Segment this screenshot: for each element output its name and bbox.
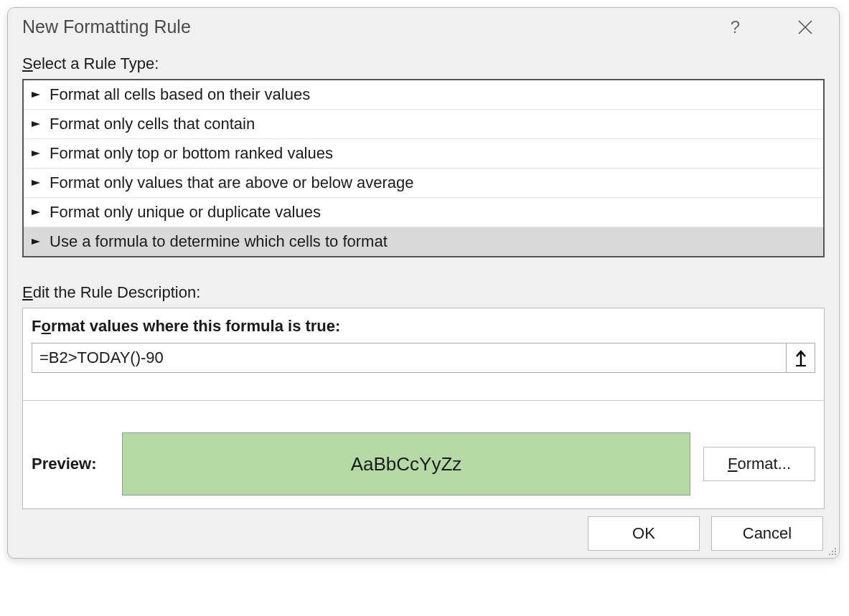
rule-type-label: Format all cells based on their values <box>50 85 310 104</box>
new-formatting-rule-dialog: New Formatting Rule ? Select a Rule Type… <box>7 7 840 559</box>
rule-type-item[interactable]: Format all cells based on their values <box>24 80 823 110</box>
svg-marker-5 <box>32 180 40 186</box>
svg-point-10 <box>835 548 836 549</box>
rule-type-label: Format only top or bottom ranked values <box>50 144 333 163</box>
bullet-icon <box>31 179 41 187</box>
rule-type-label: Format only values that are above or bel… <box>50 174 414 192</box>
resize-grip-icon[interactable] <box>827 546 837 556</box>
rule-type-item[interactable]: Use a formula to determine which cells t… <box>24 227 823 256</box>
rule-type-item[interactable]: Format only unique or duplicate values <box>24 198 823 227</box>
preview-row: Preview: AaBbCcYyZz Format... <box>32 432 815 496</box>
formula-label: Format values where this formula is true… <box>32 317 815 336</box>
rule-type-item[interactable]: Format only cells that contain <box>24 110 823 139</box>
select-rule-type-label: Select a Rule Type: <box>8 50 839 79</box>
svg-marker-2 <box>32 92 40 98</box>
preview-sample-text: AaBbCcYyZz <box>351 453 462 475</box>
rule-type-label: Format only unique or duplicate values <box>50 203 321 222</box>
dialog-header: New Formatting Rule ? <box>8 8 839 50</box>
edit-description-section: Edit the Rule Description: Format values… <box>8 279 839 509</box>
bullet-icon <box>31 90 41 99</box>
formula-input[interactable] <box>32 343 786 372</box>
svg-marker-6 <box>32 209 40 215</box>
bullet-icon <box>31 120 41 128</box>
help-icon[interactable]: ? <box>731 17 740 37</box>
description-box: Format values where this formula is true… <box>22 308 825 509</box>
bullet-icon <box>31 237 41 246</box>
format-button[interactable]: Format... <box>703 447 815 481</box>
svg-point-13 <box>829 554 830 555</box>
svg-point-14 <box>832 554 833 555</box>
close-icon[interactable] <box>797 19 813 35</box>
cancel-button[interactable]: Cancel <box>711 516 823 551</box>
rule-type-item[interactable]: Format only top or bottom ranked values <box>24 139 823 169</box>
svg-marker-3 <box>32 121 40 127</box>
dialog-title: New Formatting Rule <box>22 16 731 37</box>
rule-type-label: Format only cells that contain <box>50 115 255 133</box>
svg-point-12 <box>835 551 836 552</box>
svg-point-11 <box>832 551 833 552</box>
collapse-dialog-button[interactable] <box>786 343 815 372</box>
svg-marker-4 <box>32 151 40 156</box>
divider <box>23 400 824 401</box>
bullet-icon <box>31 149 41 158</box>
bullet-icon <box>31 208 41 217</box>
rule-type-list[interactable]: Format all cells based on their values F… <box>22 79 825 257</box>
edit-description-label: Edit the Rule Description: <box>8 279 839 308</box>
formula-input-row <box>32 343 815 373</box>
rule-type-item[interactable]: Format only values that are above or bel… <box>24 169 823 198</box>
ok-button[interactable]: OK <box>588 516 700 551</box>
preview-box: AaBbCcYyZz <box>122 432 690 496</box>
svg-point-15 <box>835 554 836 555</box>
rule-type-label: Use a formula to determine which cells t… <box>50 232 388 251</box>
preview-label: Preview: <box>32 455 109 473</box>
svg-marker-7 <box>32 239 40 245</box>
dialog-footer: OK Cancel <box>8 509 839 551</box>
